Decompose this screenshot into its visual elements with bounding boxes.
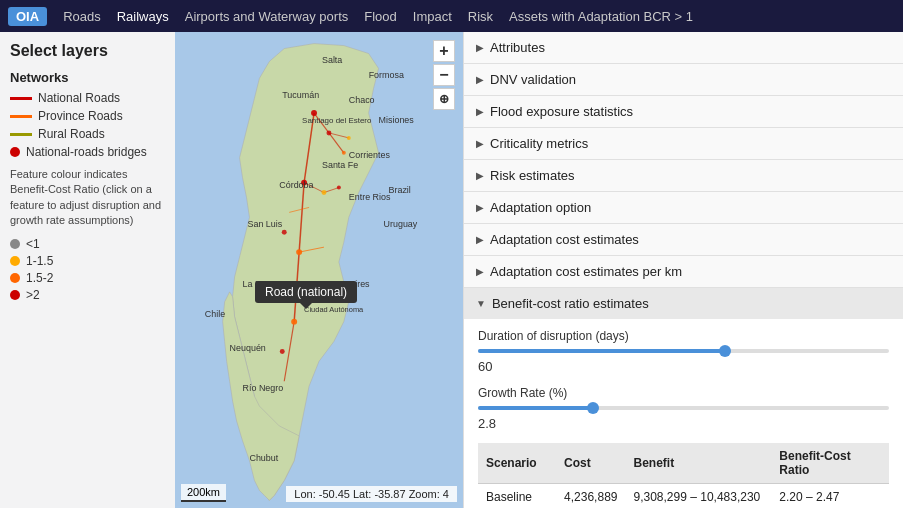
accordion-adaptation-cost: ▶ Adaptation cost estimates xyxy=(464,224,903,256)
table-cell-0-3: 2.20 – 2.47 xyxy=(771,484,889,509)
table-cell-0-1: 4,236,889 xyxy=(556,484,625,509)
svg-text:Uruguay: Uruguay xyxy=(384,219,418,229)
main-layout: Select layers Networks National Roads Pr… xyxy=(0,32,903,508)
disruption-slider-row: Duration of disruption (days) 60 xyxy=(478,329,889,374)
accordion-criticality-header[interactable]: ▶ Criticality metrics xyxy=(464,128,903,159)
map-area[interactable]: Salta Formosa Tucumán Chaco Santiago del… xyxy=(175,32,463,508)
accordion-criticality: ▶ Criticality metrics xyxy=(464,128,903,160)
svg-point-21 xyxy=(280,349,285,354)
adaptation-arrow-icon: ▶ xyxy=(476,202,484,213)
nav-flood[interactable]: Flood xyxy=(364,9,397,24)
bcr-lt1: <1 xyxy=(10,237,165,251)
nav-airports[interactable]: Airports and Waterway ports xyxy=(185,9,349,24)
svg-text:Chile: Chile xyxy=(205,309,225,319)
nav-roads[interactable]: Roads xyxy=(63,9,101,24)
bcr-1-15-icon xyxy=(10,256,20,266)
map-background[interactable]: Salta Formosa Tucumán Chaco Santiago del… xyxy=(175,32,463,508)
accordion-adaptation-cost-km-label: Adaptation cost estimates per km xyxy=(490,264,682,279)
growth-value: 2.8 xyxy=(478,416,889,431)
nav-railways[interactable]: Railways xyxy=(117,9,169,24)
accordion-risk-header[interactable]: ▶ Risk estimates xyxy=(464,160,903,191)
bcr-gt2-icon xyxy=(10,290,20,300)
svg-text:Chubut: Chubut xyxy=(249,453,278,463)
bcr-15-2-icon xyxy=(10,273,20,283)
growth-slider-thumb[interactable] xyxy=(587,402,599,414)
zoom-reset-button[interactable]: ⊕ xyxy=(433,88,455,110)
right-panel: ▶ Attributes ▶ DNV validation ▶ Flood ex… xyxy=(463,32,903,508)
legend-bridges-icon xyxy=(10,147,20,157)
accordion-risk-label: Risk estimates xyxy=(490,168,575,183)
accordion-dnv: ▶ DNV validation xyxy=(464,64,903,96)
legend-rural-roads-icon xyxy=(10,133,32,136)
legend-bridges: National-roads bridges xyxy=(10,145,165,159)
table-header-bcr: Benefit-Cost Ratio xyxy=(771,443,889,484)
bcr-15-2: 1.5-2 xyxy=(10,271,165,285)
svg-text:Brazil: Brazil xyxy=(389,185,411,195)
accordion-flood: ▶ Flood exposure statistics xyxy=(464,96,903,128)
legend-province-roads: Province Roads xyxy=(10,109,165,123)
bcr-table: Scenario Cost Benefit Benefit-Cost Ratio… xyxy=(478,443,889,508)
accordion-adaptation-cost-header[interactable]: ▶ Adaptation cost estimates xyxy=(464,224,903,255)
accordion-flood-header[interactable]: ▶ Flood exposure statistics xyxy=(464,96,903,127)
risk-arrow-icon: ▶ xyxy=(476,170,484,181)
svg-point-23 xyxy=(337,186,341,190)
logo[interactable]: OIA xyxy=(8,7,47,26)
map-coords: Lon: -50.45 Lat: -35.87 Zoom: 4 xyxy=(286,486,457,502)
disruption-slider-track xyxy=(478,349,889,353)
legend-rural-roads: Rural Roads xyxy=(10,127,165,141)
table-row: Baseline4,236,8899,308,299 – 10,483,2302… xyxy=(478,484,889,509)
accordion-criticality-label: Criticality metrics xyxy=(490,136,588,151)
svg-text:Neuquén: Neuquén xyxy=(230,343,266,353)
networks-label: Networks xyxy=(10,70,165,85)
accordion-adaptation-header[interactable]: ▶ Adaptation option xyxy=(464,192,903,223)
legend-national-roads-label: National Roads xyxy=(38,91,120,105)
nav-risk[interactable]: Risk xyxy=(468,9,493,24)
svg-point-19 xyxy=(282,230,287,235)
bcr-1-15: 1-1.5 xyxy=(10,254,165,268)
bcr-legend: <1 1-1.5 1.5-2 >2 xyxy=(10,237,165,302)
disruption-slider-fill xyxy=(478,349,725,353)
svg-text:San Luis: San Luis xyxy=(247,219,282,229)
accordion-adaptation-cost-km-header[interactable]: ▶ Adaptation cost estimates per km xyxy=(464,256,903,287)
accordion-attributes-label: Attributes xyxy=(490,40,545,55)
nav-assets-bcr[interactable]: Assets with Adaptation BCR > 1 xyxy=(509,9,693,24)
svg-text:Salta: Salta xyxy=(322,55,342,65)
bcr-content: Duration of disruption (days) 60 Growth … xyxy=(464,319,903,508)
nav-impact[interactable]: Impact xyxy=(413,9,452,24)
zoom-out-button[interactable]: − xyxy=(433,64,455,86)
adaptation-cost-km-arrow-icon: ▶ xyxy=(476,266,484,277)
tooltip-arrow xyxy=(300,303,312,309)
svg-text:Tucumán: Tucumán xyxy=(282,90,319,100)
disruption-slider-thumb[interactable] xyxy=(719,345,731,357)
accordion-adaptation-cost-km: ▶ Adaptation cost estimates per km xyxy=(464,256,903,288)
bcr-1-15-label: 1-1.5 xyxy=(26,254,53,268)
attributes-arrow-icon: ▶ xyxy=(476,42,484,53)
accordion-flood-label: Flood exposure statistics xyxy=(490,104,633,119)
bcr-arrow-icon: ▼ xyxy=(476,298,486,309)
map-svg: Salta Formosa Tucumán Chaco Santiago del… xyxy=(175,32,463,508)
table-header-cost: Cost xyxy=(556,443,625,484)
growth-slider-track xyxy=(478,406,889,410)
legend-national-roads: National Roads xyxy=(10,91,165,105)
accordion-bcr-header[interactable]: ▼ Benefit-cost ratio estimates xyxy=(464,288,903,319)
svg-text:Córdoba: Córdoba xyxy=(279,180,313,190)
svg-text:Entre Rios: Entre Rios xyxy=(349,192,391,202)
zoom-controls: + − ⊕ xyxy=(433,40,455,110)
panel-title: Select layers xyxy=(10,42,165,60)
accordion-adaptation-label: Adaptation option xyxy=(490,200,591,215)
flood-arrow-icon: ▶ xyxy=(476,106,484,117)
svg-point-16 xyxy=(291,319,297,325)
table-cell-0-0: Baseline xyxy=(478,484,556,509)
growth-label: Growth Rate (%) xyxy=(478,386,889,400)
svg-point-22 xyxy=(342,151,346,155)
accordion-attributes: ▶ Attributes xyxy=(464,32,903,64)
accordion-adaptation: ▶ Adaptation option xyxy=(464,192,903,224)
legend-province-roads-label: Province Roads xyxy=(38,109,123,123)
left-panel: Select layers Networks National Roads Pr… xyxy=(0,32,175,508)
accordion-dnv-header[interactable]: ▶ DNV validation xyxy=(464,64,903,95)
svg-point-18 xyxy=(321,190,326,195)
zoom-in-button[interactable]: + xyxy=(433,40,455,62)
accordion-risk: ▶ Risk estimates xyxy=(464,160,903,192)
accordion-attributes-header[interactable]: ▶ Attributes xyxy=(464,32,903,63)
accordion-bcr-label: Benefit-cost ratio estimates xyxy=(492,296,649,311)
